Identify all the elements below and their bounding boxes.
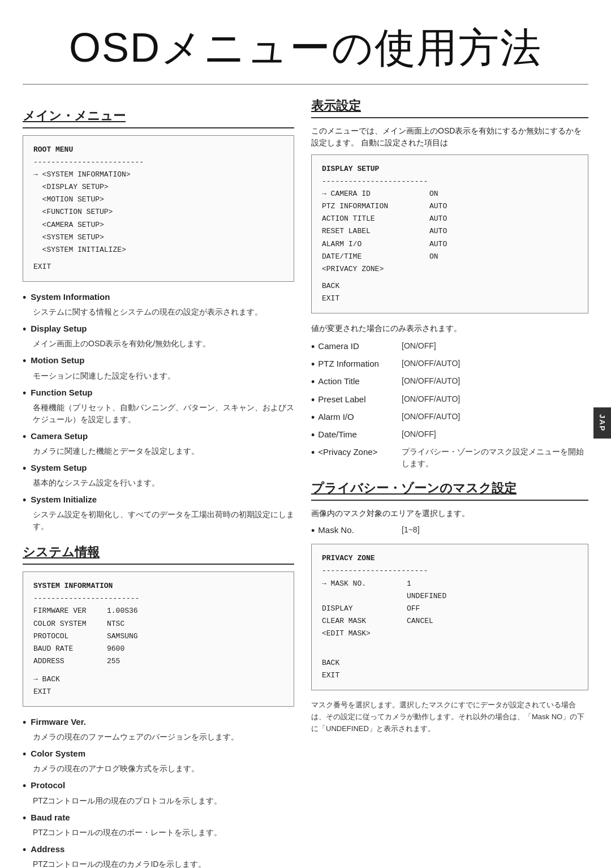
bullet-desc: PTZコントロールの現在のボー・レートを示します。 xyxy=(23,827,294,839)
display-bullet-title: Action Title xyxy=(318,375,359,388)
privacy-display-value: OFF xyxy=(407,603,420,615)
display-bullet-value: [ON/OFF/AUTO] xyxy=(402,375,460,387)
privacy-mask-no-row: → MASK NO. 1 xyxy=(322,578,578,590)
bullet-dot: • xyxy=(23,430,26,444)
privacy-box-title: PRIVACY ZONE xyxy=(322,552,578,565)
bullet-dot: • xyxy=(23,747,26,762)
privacy-box-separator: ------------------------ xyxy=(322,565,578,577)
bullet-dot: • xyxy=(23,493,26,508)
root-menu-item-7: <SYSTEM INITIALIZE> xyxy=(33,244,283,256)
protocol-value: SAMSUNG xyxy=(107,630,138,643)
action-label: ACTION TITLE xyxy=(322,213,424,225)
address-row: ADDRESS 255 xyxy=(33,655,283,668)
bullet-dot: • xyxy=(311,358,315,372)
privacy-zone-heading: プライバシー・ゾーンのマスク設定 xyxy=(311,479,588,501)
mask-no-title: Mask No. xyxy=(318,524,354,537)
display-reset-row: RESET LABEL AUTO xyxy=(322,225,578,238)
left-column: メイン・メニュー ROOT MENU ---------------------… xyxy=(23,96,294,868)
bullet-dot: • xyxy=(23,291,26,305)
datetime-value: ON xyxy=(429,251,438,263)
camera-id-label: → CAMERA ID xyxy=(322,188,424,200)
display-bullets: • Camera ID [ON/OFF] • PTZ Information [… xyxy=(311,340,588,470)
bullet-desc: システムに関する情報とシステムの現在の設定が表示されます。 xyxy=(23,306,294,318)
bullet-title: Color System xyxy=(31,747,85,760)
bullet-desc: PTZコントロール用の現在のプロトコルを示します。 xyxy=(23,795,294,807)
bullet-dot: • xyxy=(311,340,315,354)
bullet-title: System Information xyxy=(31,291,110,304)
privacy-display-row: DISPLAY OFF xyxy=(322,603,578,615)
bullet-title: Motion Setup xyxy=(31,354,84,367)
jap-tab: JAP xyxy=(593,407,612,439)
datetime-label: DATE/TIME xyxy=(322,251,424,263)
display-setup-box: DISPLAY SETUP ------------------------ →… xyxy=(311,154,588,313)
right-column: 表示設定 このメニューでは、メイン画面上のOSD表示を有効にするか無効にするかを… xyxy=(311,96,588,868)
color-system-row: COLOR SYSTEM NTSC xyxy=(33,618,283,630)
display-bullet-value: [ON/OFF/AUTO] xyxy=(402,411,460,423)
display-datetime-row: DATE/TIME ON xyxy=(322,251,578,263)
bullet-title: Address xyxy=(31,843,64,856)
bullet-desc: メイン画面上のOSD表示を有効化/無効化します。 xyxy=(23,338,294,350)
reset-value: AUTO xyxy=(429,225,447,238)
bullet-dot: • xyxy=(311,393,315,407)
display-bullet-value: [ON/OFF] xyxy=(402,340,436,352)
bullet-dot: • xyxy=(23,811,26,826)
alarm-label: ALARM I/O xyxy=(322,238,424,251)
bullet-desc: 各種機能（プリセット、自動パンニング、パターン、スキャン、およびスケジュール）を… xyxy=(23,402,294,426)
bullet-desc: 基本的なシステム設定を行います。 xyxy=(23,477,294,489)
display-camera-id-row: → CAMERA ID ON xyxy=(322,188,578,200)
bullet-dot: • xyxy=(311,411,315,425)
bullet-title: Function Setup xyxy=(31,386,92,399)
bullet-dot: • xyxy=(23,323,26,337)
bullet-dot: • xyxy=(23,779,26,793)
firmware-ver-label: FIRMWARE VER xyxy=(33,605,101,617)
bullet-title: Camera Setup xyxy=(31,430,88,443)
display-bullet-alarm: • Alarm I/O [ON/OFF/AUTO] xyxy=(311,411,588,425)
system-info-box: SYSTEM INFORMATION ---------------------… xyxy=(23,571,294,707)
bullet-desc: モーションに関連した設定を行います。 xyxy=(23,370,294,382)
root-menu-exit: EXIT xyxy=(33,261,283,273)
privacy-mask-bullet: • Mask No. [1~8] xyxy=(311,524,588,538)
camera-id-value: ON xyxy=(429,188,438,200)
privacy-intro: 画像内のマスク対象のエリアを選択します。 xyxy=(311,508,588,519)
bullet-title: System Initialize xyxy=(31,493,97,506)
display-bullet-title: PTZ Information xyxy=(318,358,379,371)
display-bullet-preset: • Preset Label [ON/OFF/AUTO] xyxy=(311,393,588,407)
bullet-dot: • xyxy=(23,843,26,857)
bullet-dot: • xyxy=(23,716,26,730)
ptz-label: PTZ INFORMATION xyxy=(322,200,424,213)
bullet-title: Baud rate xyxy=(31,811,70,824)
display-bullet-camera-id: • Camera ID [ON/OFF] xyxy=(311,340,588,354)
root-menu-title: ROOT MENU xyxy=(33,144,283,156)
alarm-value: AUTO xyxy=(429,238,447,251)
display-setup-title: DISPLAY SETUP xyxy=(322,163,578,175)
display-bullet-title: <Privacy Zone> xyxy=(318,446,377,459)
baud-rate-value: 9600 xyxy=(107,643,124,655)
root-menu-item-1: → <SYSTEM INFORMATION> xyxy=(33,169,283,181)
root-menu-item-6: <SYSTEM SETUP> xyxy=(33,231,283,244)
bullet-dot: • xyxy=(23,386,26,401)
bullet-desc: カメラの現在のアナログ映像方式を示します。 xyxy=(23,763,294,775)
bullet-motion-setup: • Motion Setup モーションに関連した設定を行います。 xyxy=(23,354,294,381)
privacy-back: BACK xyxy=(322,657,578,669)
root-menu-item-3: <MOTION SETUP> xyxy=(33,194,283,206)
ptz-value: AUTO xyxy=(429,200,447,213)
bullet-dot: • xyxy=(311,428,315,442)
baud-rate-label: BAUD RATE xyxy=(33,643,101,655)
bullet-dot: • xyxy=(23,462,26,476)
menu-bullets-list: • System Information システムに関する情報とシステムの現在の… xyxy=(23,291,294,532)
display-alarm-row: ALARM I/O AUTO xyxy=(322,238,578,251)
bullet-dot: • xyxy=(311,524,315,538)
address-value: 255 xyxy=(107,655,120,668)
clear-mask-label: CLEAR MASK xyxy=(322,615,401,628)
display-bullet-value: プライバシー・ゾーンのマスク設定メニューを開始します。 xyxy=(402,446,588,470)
bullet-protocol: • Protocol PTZコントロール用の現在のプロトコルを示します。 xyxy=(23,779,294,806)
display-exit: EXIT xyxy=(322,293,578,305)
bullet-title: Protocol xyxy=(31,779,65,792)
system-info-title: SYSTEM INFORMATION xyxy=(33,580,283,592)
bullet-desc: PTZコントロールの現在のカメラIDを示します。 xyxy=(23,858,294,868)
bullet-color-system: • Color System カメラの現在のアナログ映像方式を示します。 xyxy=(23,747,294,775)
root-menu-separator: ------------------------- xyxy=(33,156,283,169)
bullet-display-setup: • Display Setup メイン画面上のOSD表示を有効化/無効化します。 xyxy=(23,323,294,350)
baud-rate-row: BAUD RATE 9600 xyxy=(33,643,283,655)
edit-mask-label: <EDIT MASK> xyxy=(322,629,371,638)
